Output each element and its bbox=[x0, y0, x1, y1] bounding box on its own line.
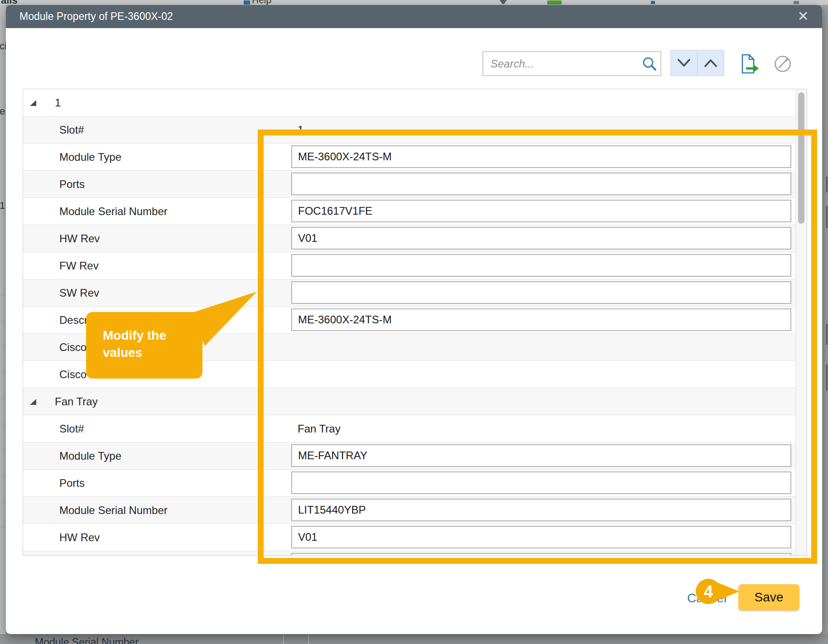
edit-pencil-icon bbox=[774, 55, 792, 73]
property-label: Cisco bbox=[59, 368, 87, 381]
property-label: Ports bbox=[59, 477, 85, 490]
property-value-input[interactable] bbox=[291, 173, 791, 195]
help-icon bbox=[244, 0, 250, 5]
property-label: Module Serial Number bbox=[59, 205, 168, 218]
table-row: Module Type bbox=[23, 442, 807, 470]
group-label: Fan Tray bbox=[55, 395, 98, 408]
table-row: HW Rev bbox=[23, 225, 807, 252]
property-label: Slot# bbox=[59, 124, 84, 136]
group-row: 1 bbox=[23, 89, 807, 116]
table-row: HW Rev bbox=[23, 524, 807, 551]
help-label-fragment: Help bbox=[252, 0, 271, 5]
filter-icon bbox=[500, 0, 507, 4]
edit-button[interactable] bbox=[774, 55, 792, 75]
property-value-input[interactable] bbox=[291, 200, 791, 222]
property-value-text: Fan Tray bbox=[298, 423, 341, 435]
table-row: SW Rev bbox=[23, 279, 807, 307]
group-row: Fan Tray bbox=[23, 388, 807, 415]
table-row: Slot#1 bbox=[23, 116, 807, 144]
table-row: Ports bbox=[23, 171, 807, 198]
toolbar-fragment bbox=[794, 1, 799, 4]
property-value-input[interactable] bbox=[291, 281, 791, 304]
find-previous-button[interactable] bbox=[697, 50, 724, 76]
property-value-input[interactable] bbox=[291, 471, 791, 494]
property-value-input[interactable] bbox=[291, 227, 791, 250]
search-field-wrap bbox=[482, 51, 661, 76]
status-badge bbox=[547, 0, 562, 5]
background-text-fragment: ci bbox=[0, 40, 6, 52]
property-label: HW Rev bbox=[59, 232, 100, 245]
collapse-triangle-icon[interactable] bbox=[30, 100, 36, 106]
chevron-down-icon bbox=[676, 58, 692, 68]
dialog-title: Module Property of PE-3600X-02 bbox=[19, 5, 173, 28]
save-button[interactable]: Save bbox=[738, 584, 799, 610]
search-input[interactable] bbox=[482, 51, 661, 76]
cancel-button[interactable]: Cancel bbox=[687, 591, 727, 606]
callout-text-line2: values bbox=[103, 344, 202, 361]
property-value-input[interactable] bbox=[291, 254, 791, 277]
property-label: Slot# bbox=[59, 423, 84, 435]
callout-bubble: Modify the values bbox=[86, 312, 202, 379]
table-row: Module Type bbox=[23, 144, 807, 171]
table-row: Slot#Fan Tray bbox=[23, 415, 807, 442]
screen: ails Help ci e 1 Module Serial Number Mo… bbox=[0, 0, 828, 644]
property-label: Ports bbox=[59, 178, 85, 191]
chevron-up-icon bbox=[703, 58, 719, 68]
background-left-strip: ci e 1 bbox=[0, 5, 6, 634]
vertical-scrollbar bbox=[795, 89, 807, 555]
property-label: Module Type bbox=[59, 450, 121, 462]
property-value-input[interactable] bbox=[291, 308, 791, 331]
property-value-text: 1 bbox=[298, 124, 303, 136]
table-row: Module Serial Number bbox=[23, 497, 807, 524]
dialog-header: Module Property of PE-3600X-02 ✕ bbox=[6, 5, 822, 28]
close-icon[interactable]: ✕ bbox=[795, 9, 811, 25]
export-icon bbox=[739, 53, 760, 75]
background-bottom-strip: Module Serial Number bbox=[0, 634, 828, 644]
property-value-input[interactable] bbox=[291, 499, 791, 521]
property-value-input[interactable] bbox=[291, 444, 791, 467]
table-row bbox=[23, 551, 807, 555]
property-value-input[interactable] bbox=[291, 553, 791, 555]
property-label: Cisco bbox=[59, 341, 87, 354]
group-label: 1 bbox=[55, 96, 61, 109]
background-text-fragment: e bbox=[0, 106, 5, 117]
callout-text-line1: Modify the bbox=[103, 327, 202, 344]
property-label: FW Rev bbox=[59, 260, 99, 272]
property-label: SW Rev bbox=[59, 287, 99, 299]
property-label: Module Type bbox=[59, 151, 121, 163]
background-right-strip bbox=[826, 5, 828, 634]
background-text-fragment: 1 bbox=[0, 200, 5, 211]
search-icon bbox=[641, 56, 658, 72]
table-row: Module Serial Number bbox=[23, 198, 807, 225]
background-text-fragment: Module Serial Number bbox=[35, 636, 139, 644]
export-button[interactable] bbox=[739, 53, 760, 77]
toolbar-fragment bbox=[651, 1, 655, 4]
property-label: Module Serial Number bbox=[59, 504, 168, 517]
scrollbar-thumb[interactable] bbox=[798, 92, 804, 224]
table-row: FW Rev bbox=[23, 252, 807, 279]
property-value-input[interactable] bbox=[291, 526, 791, 548]
background-text-fragment: ails bbox=[1, 0, 18, 5]
table-row: Ports bbox=[23, 470, 807, 497]
background-top-strip: ails Help bbox=[0, 0, 828, 5]
collapse-triangle-icon[interactable] bbox=[30, 399, 36, 405]
property-label: HW Rev bbox=[59, 531, 100, 544]
property-value-input[interactable] bbox=[291, 145, 791, 168]
find-next-button[interactable] bbox=[670, 50, 698, 76]
